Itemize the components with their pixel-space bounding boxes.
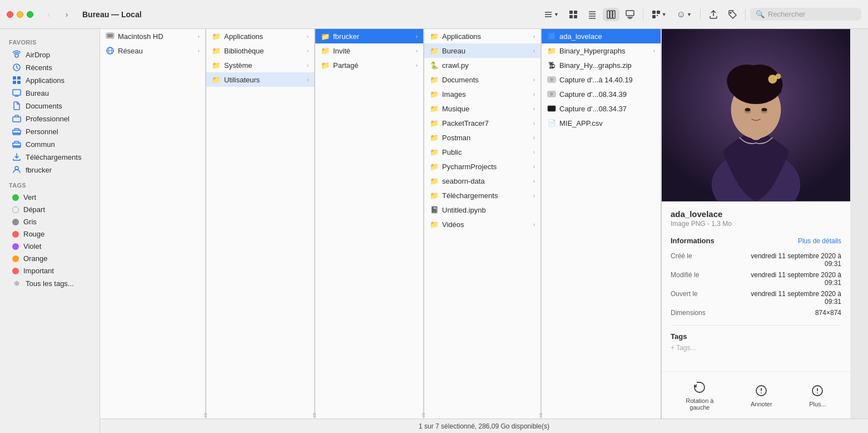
folder-bibliotheque-icon: 📁	[212, 46, 221, 55]
col1-item-macintosh-hd[interactable]: Macintosh HD ›	[100, 29, 205, 43]
col4-item-crawl-py[interactable]: 🐍 crawl.py	[424, 58, 540, 72]
col4-telechargements-arrow: ›	[533, 193, 535, 199]
view-gallery-button[interactable]	[622, 8, 638, 21]
sidebar-item-applications[interactable]: Applications	[3, 74, 96, 86]
sidebar-tag-gris[interactable]: Gris	[3, 216, 96, 228]
info-more-button[interactable]: Plus de détails	[798, 237, 841, 245]
col4-item-videos[interactable]: 📁 Vidéos ›	[424, 217, 540, 232]
sidebar-item-personnel[interactable]: Personnel	[3, 125, 96, 137]
col2-item-bibliotheque[interactable]: 📁 Bibliothèque ›	[206, 43, 314, 58]
col5-binary-zip-label: Binary_Hy...graphs.zip	[559, 61, 655, 70]
col5-item-ada-lovelace[interactable]: ada_lovelace	[542, 29, 661, 43]
view-list-button[interactable]: ▼	[540, 8, 563, 21]
col5-item-capture2[interactable]: Capture d'...08.34.39	[542, 87, 661, 101]
col5-item-binary-hypergraphs[interactable]: 📁 Binary_Hypergraphs ›	[542, 43, 661, 58]
col4-item-bureau[interactable]: 📁 Bureau ›	[424, 43, 540, 58]
view-grid-button[interactable]	[565, 8, 582, 21]
tag-dot-violet	[12, 243, 19, 250]
minimize-button[interactable]	[17, 11, 23, 18]
col4-folder-telechargements-icon: 📁	[430, 191, 439, 200]
col4-item-untitled-ipynb[interactable]: 📓 Untitled.ipynb	[424, 203, 540, 217]
applications-label: Applications	[26, 76, 65, 85]
sidebar-item-telechargements[interactable]: Téléchargements	[3, 151, 96, 163]
resizer-2[interactable]	[315, 29, 315, 419]
col2-item-systeme[interactable]: 📁 Système ›	[206, 58, 314, 72]
sidebar-item-commun[interactable]: Commun	[3, 138, 96, 150]
rotate-left-button[interactable]: Rotation àgauche	[686, 380, 713, 411]
col5-folder-binary-icon: 📁	[547, 46, 556, 55]
sidebar-item-bureau[interactable]: Bureau	[3, 87, 96, 99]
sidebar-tag-tous[interactable]: ⊕ Tous les tags...	[3, 277, 96, 289]
view-lines-button[interactable]	[584, 8, 601, 21]
col5-item-capture1[interactable]: Capture d'...à 14.40.19	[542, 72, 661, 87]
tag-button[interactable]	[724, 8, 741, 21]
svg-rect-11	[607, 11, 609, 18]
close-button[interactable]	[7, 11, 13, 18]
sidebar-tag-rouge[interactable]: Rouge	[3, 228, 96, 240]
emoji-button[interactable]: ☺ ▼	[673, 7, 696, 22]
commun-label: Commun	[26, 140, 55, 149]
sidebar-tag-vert[interactable]: Vert	[3, 191, 96, 203]
col1-item-reseau[interactable]: Réseau ›	[100, 43, 205, 58]
col4-item-musique[interactable]: 📁 Musique ›	[424, 101, 540, 116]
more-actions-button[interactable]: Plus...	[809, 383, 826, 407]
col5-ada-lovelace-icon	[547, 32, 556, 41]
col4-postman-label: Postman	[442, 134, 530, 142]
col2-utilisateurs-arrow: ›	[307, 77, 309, 83]
sidebar-tag-violet[interactable]: Violet	[3, 240, 96, 252]
forward-button[interactable]: ›	[60, 8, 73, 21]
resizer-1[interactable]	[206, 29, 206, 419]
col4-folder-musique-icon: 📁	[430, 104, 439, 113]
maximize-button[interactable]	[27, 11, 33, 18]
svg-rect-20	[657, 15, 658, 16]
resizer-4[interactable]	[541, 29, 542, 419]
col5-item-binary-zip[interactable]: 🗜 Binary_Hy...graphs.zip	[542, 58, 661, 72]
sidebar-item-fbrucker[interactable]: fbrucker	[3, 164, 96, 176]
search-bar[interactable]: 🔍 Rechercher	[750, 8, 861, 21]
col4-item-telechargements[interactable]: 📁 Téléchargements ›	[424, 188, 540, 203]
annotate-button[interactable]: Annoter	[751, 383, 772, 407]
sidebar-item-professionnel[interactable]: Professionnel	[3, 112, 96, 125]
col2-utilisateurs-label: Utilisateurs	[224, 76, 304, 84]
col4-item-documents[interactable]: 📁 Documents ›	[424, 72, 540, 87]
share-button[interactable]	[705, 8, 722, 21]
col4-item-images[interactable]: 📁 Images ›	[424, 87, 540, 101]
col2-item-utilisateurs[interactable]: 📁 Utilisateurs ›	[206, 72, 314, 87]
col3-item-partage[interactable]: 📁 Partagé ›	[315, 58, 423, 72]
traffic-lights	[7, 11, 33, 18]
col4-item-seaborn-data[interactable]: 📁 seaborn-data ›	[424, 174, 540, 188]
sidebar-item-recents[interactable]: Récents	[3, 61, 96, 73]
sidebar-item-documents[interactable]: Documents	[3, 100, 96, 112]
sidebar-tag-depart[interactable]: Départ	[3, 204, 96, 215]
col5-item-capture3[interactable]: Capture d'...08.34.37	[542, 101, 661, 116]
svg-point-30	[15, 166, 18, 170]
view-columns-button[interactable]	[603, 8, 619, 21]
col4-item-postman[interactable]: 📁 Postman ›	[424, 130, 540, 145]
tags-input[interactable]: + Tags...	[671, 344, 841, 352]
col4-item-applications[interactable]: 📁 Applications ›	[424, 29, 540, 43]
col1-reseau-label: Réseau	[118, 47, 195, 55]
col5-item-mie-app-csv[interactable]: 📄 MIE_APP.csv	[542, 116, 661, 130]
tag-orange-label: Orange	[23, 254, 47, 263]
col4-item-public[interactable]: 📁 Public ›	[424, 145, 540, 159]
col2-item-applications[interactable]: 📁 Applications ›	[206, 29, 314, 43]
col4-item-packettracer7[interactable]: 📁 PacketTracer7 ›	[424, 116, 540, 130]
col3-item-fbrucker[interactable]: 📁 fbrucker ›	[315, 29, 423, 43]
bureau-label: Bureau	[26, 89, 49, 97]
annotate-label: Annoter	[751, 401, 772, 407]
col4-images-label: Images	[442, 90, 530, 99]
back-button[interactable]: ‹	[42, 8, 56, 21]
sidebar-item-airdrop[interactable]: AirDrop	[3, 48, 96, 61]
actions-button[interactable]: ▼	[648, 8, 671, 21]
col4-item-pycharmprojects[interactable]: 📁 PycharmProjects ›	[424, 159, 540, 174]
col3-item-invite[interactable]: 📁 Invité ›	[315, 43, 423, 58]
info-header: Informations Plus de détails	[671, 237, 841, 245]
tag-important-label: Important	[23, 267, 54, 275]
sidebar-tag-orange[interactable]: Orange	[3, 253, 96, 264]
col2-applications-label: Applications	[224, 32, 304, 41]
svg-rect-18	[657, 11, 660, 14]
sidebar-tag-important[interactable]: Important	[3, 265, 96, 277]
resizer-3[interactable]	[424, 29, 424, 419]
dimensions-value: 874×874	[815, 309, 841, 317]
col4-bureau-arrow: ›	[533, 48, 535, 54]
